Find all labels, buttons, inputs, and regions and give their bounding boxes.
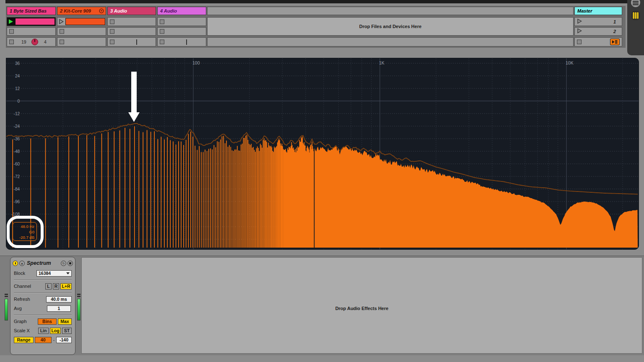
meter-tick <box>136 39 137 45</box>
track-3-status-row[interactable] <box>107 37 156 47</box>
input-level-meter <box>5 299 8 321</box>
track-2-column: 2 Kit-Core 909 <box>57 6 106 48</box>
clip-slot-2-2[interactable] <box>57 27 106 36</box>
block-value: 16384 <box>39 271 51 276</box>
hot-swap-icon[interactable]: ↻ <box>61 261 66 266</box>
clip-stop-button[interactable] <box>110 40 114 44</box>
output-level-meter <box>77 299 80 321</box>
divider <box>14 279 72 280</box>
svg-text:10K: 10K <box>566 60 574 65</box>
clip-slot-1-1[interactable] <box>7 17 56 26</box>
track-header-1[interactable]: 1 Byte Sized Bas <box>7 7 56 15</box>
avg-field[interactable]: 1 <box>47 305 71 312</box>
svg-text:-96: -96 <box>14 199 20 204</box>
drop-zone-header-band[interactable] <box>207 7 574 15</box>
refresh-row: Refresh 40.0 ms <box>14 296 72 303</box>
midi-channel-badge: 4 <box>44 38 47 46</box>
range-low-field[interactable]: -140 <box>56 337 72 343</box>
scene-launch-icon[interactable] <box>577 28 582 35</box>
svg-text:12: 12 <box>15 86 20 91</box>
spectrum-device-panel: ▲ Spectrum ↻ Block 16384 Channel L R L+R <box>10 257 75 355</box>
device-activator-icon[interactable] <box>13 261 18 266</box>
channel-label: Channel <box>14 284 31 289</box>
range-row: Range 40 - -140 <box>14 336 72 343</box>
back-to-arrangement-button[interactable] <box>610 39 620 45</box>
drop-audio-effects-area[interactable]: Drop Audio Effects Here <box>81 257 642 354</box>
clip-slot-3-1[interactable] <box>107 17 156 26</box>
device-title-bar: ▲ Spectrum ↻ <box>10 258 75 267</box>
svg-text:-60: -60 <box>14 162 20 166</box>
clip-slot-4-2[interactable] <box>157 27 206 36</box>
track-drop-zone[interactable]: Drop Files and Devices Here <box>207 6 574 48</box>
clip-stop-button[interactable] <box>160 40 164 44</box>
graph-bins-button[interactable]: Bins <box>38 318 57 325</box>
track-4-status-row[interactable] <box>157 37 206 47</box>
clip-stop-button[interactable] <box>110 19 114 24</box>
clip-stop-button[interactable] <box>160 19 164 24</box>
master-header[interactable]: Master <box>574 7 622 15</box>
track-2-status-row[interactable] <box>57 37 106 47</box>
track-3-column: 3 Audio <box>107 6 156 48</box>
range-button[interactable]: Range <box>14 337 34 343</box>
clip-slot-4-1[interactable] <box>157 17 206 26</box>
block-select[interactable]: 16384 <box>36 270 72 277</box>
spectrum-display[interactable]: 3624120-12-24-36-48-60-72-84-96-1081001K… <box>6 58 639 250</box>
svg-text:-72: -72 <box>14 174 20 179</box>
range-high-field[interactable]: 40 <box>35 337 52 343</box>
refresh-field[interactable]: 40.0 ms <box>46 296 72 303</box>
scalex-label: Scale X <box>14 328 30 333</box>
scalex-row: Scale X Lin Log ST <box>14 327 72 334</box>
clip-play-icon[interactable] <box>7 18 15 26</box>
svg-text:-48: -48 <box>14 149 20 154</box>
mixer-faders-icon[interactable] <box>631 10 640 23</box>
clip-slot-2-1[interactable] <box>57 17 106 26</box>
clip-stop-button[interactable] <box>160 29 164 34</box>
clip-stop-button[interactable] <box>110 29 114 34</box>
save-preset-icon[interactable] <box>68 261 73 266</box>
device-title: Spectrum <box>26 260 60 266</box>
track-header-4[interactable]: 4 Audio <box>157 7 206 15</box>
clip-slot-3-2[interactable] <box>107 27 156 36</box>
scene-launch-icon[interactable] <box>577 18 582 26</box>
block-label: Block <box>14 271 25 276</box>
graph-label: Graph <box>14 319 27 324</box>
block-row: Block 16384 <box>14 270 72 277</box>
scene-slot-2[interactable]: 2 <box>574 27 622 36</box>
drop-files-area[interactable]: Drop Files and Devices Here <box>207 17 574 36</box>
clip-play-icon[interactable] <box>57 18 65 26</box>
clip-stop-button[interactable] <box>9 29 14 34</box>
chevron-down-circle-icon[interactable] <box>99 8 104 15</box>
svg-text:-36: -36 <box>14 137 20 141</box>
master-column: Master 1 2 <box>574 6 622 48</box>
clip-track2[interactable] <box>65 18 105 25</box>
clip-stop-button[interactable] <box>60 29 64 34</box>
scalex-st-button[interactable]: ST <box>62 328 72 334</box>
track-1-status-row[interactable]: 19 4 <box>7 37 56 47</box>
window-top-edge <box>5 0 644 3</box>
graph-max-button[interactable]: Max <box>58 318 72 325</box>
clip-stop-button[interactable] <box>60 40 64 44</box>
scene-slot-1[interactable]: 1 <box>574 17 622 26</box>
device-fold-icon[interactable]: ▲ <box>19 261 25 266</box>
channel-left-button[interactable]: L <box>45 283 52 290</box>
clip-stop-button[interactable] <box>9 40 14 44</box>
channel-lr-button[interactable]: L+R <box>60 283 72 290</box>
spectrum-plot[interactable]: 3624120-12-24-36-48-60-72-84-96-1081001K… <box>6 58 639 249</box>
scalex-lin-button[interactable]: Lin <box>38 328 49 334</box>
tooltip-frequency: 48.0 Hz <box>13 224 34 229</box>
channel-right-button[interactable]: R <box>53 283 59 290</box>
svg-text:100: 100 <box>192 60 200 65</box>
scalex-log-button[interactable]: Log <box>50 328 61 334</box>
midi-count-badge: 19 <box>21 38 26 46</box>
spectrum-tooltip: 48.0 Hz G0 -20.7 dB <box>13 222 37 241</box>
master-status-row[interactable] <box>574 37 622 47</box>
graph-row: Graph Bins Max <box>14 318 72 325</box>
clip-track1[interactable] <box>15 18 55 25</box>
drop-zone-footer-band[interactable] <box>207 37 574 47</box>
clip-slot-1-2[interactable] <box>7 27 56 36</box>
pan-knob[interactable] <box>31 39 38 45</box>
track-header-3[interactable]: 3 Audio <box>107 7 156 15</box>
stop-all-clips-button[interactable] <box>577 40 582 44</box>
scene-number: 1 <box>613 18 616 26</box>
overview-icon[interactable] <box>631 0 641 9</box>
